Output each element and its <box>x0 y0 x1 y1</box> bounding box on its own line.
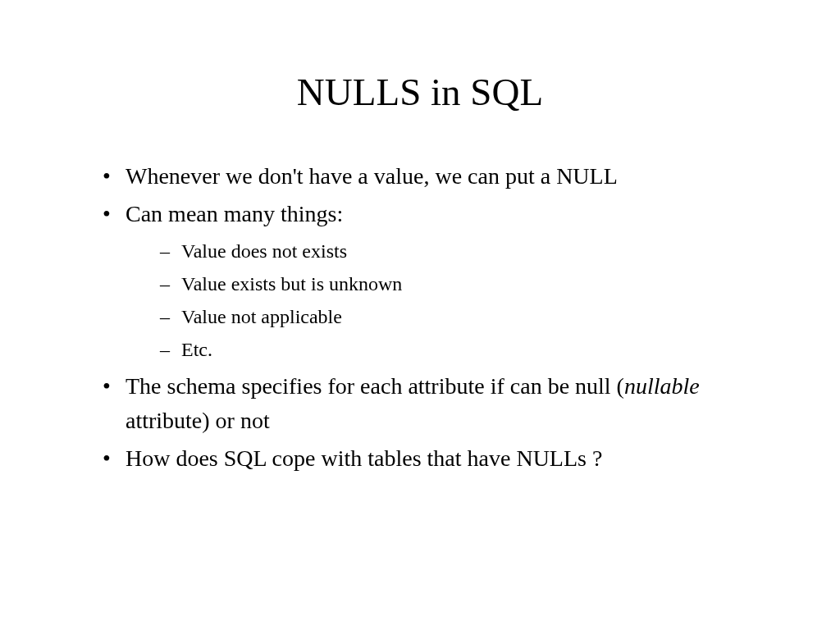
bullet-item: The schema specifies for each attribute … <box>103 369 766 438</box>
bullet-text-italic: nullable <box>624 373 700 399</box>
sub-bullet-list: Value does not exists Value exists but i… <box>126 236 766 364</box>
bullet-text: Can mean many things: <box>126 201 343 226</box>
bullet-text-pre: The schema specifies for each attribute … <box>126 373 624 399</box>
slide-title: NULLS in SQL <box>74 70 766 114</box>
sub-bullet-item: Etc. <box>160 335 766 364</box>
sub-bullet-item: Value does not exists <box>160 236 766 266</box>
bullet-item: Can mean many things: Value does not exi… <box>103 197 766 364</box>
slide: NULLS in SQL Whenever we don't have a va… <box>0 0 840 630</box>
bullet-item: How does SQL cope with tables that have … <box>103 441 766 476</box>
bullet-item: Whenever we don't have a value, we can p… <box>103 159 766 194</box>
bullet-list: Whenever we don't have a value, we can p… <box>74 159 766 476</box>
sub-bullet-item: Value not applicable <box>160 302 766 331</box>
bullet-text-post: attribute) or not <box>126 408 270 433</box>
sub-bullet-item: Value exists but is unknown <box>160 269 766 299</box>
